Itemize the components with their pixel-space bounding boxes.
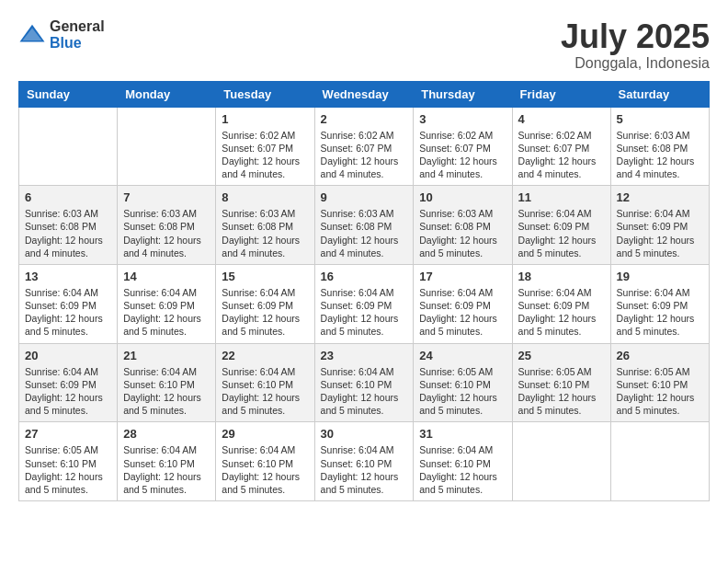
day-info: Sunrise: 6:04 AM Sunset: 6:09 PM Dayligh… (518, 286, 605, 339)
day-info: Sunrise: 6:02 AM Sunset: 6:07 PM Dayligh… (222, 129, 308, 181)
column-header-thursday: Thursday (414, 81, 512, 107)
calendar-cell (19, 107, 118, 186)
day-number: 15 (222, 270, 308, 283)
day-number: 6 (25, 190, 111, 204)
day-number: 25 (518, 349, 605, 362)
calendar-cell: 6Sunrise: 6:03 AM Sunset: 6:08 PM Daylig… (19, 186, 118, 265)
calendar-cell: 4Sunrise: 6:02 AM Sunset: 6:07 PM Daylig… (512, 107, 610, 186)
day-number: 18 (518, 270, 605, 283)
day-info: Sunrise: 6:03 AM Sunset: 6:08 PM Dayligh… (123, 207, 210, 259)
title-area: July 2025 Donggala, Indonesia (561, 18, 710, 72)
day-info: Sunrise: 6:04 AM Sunset: 6:10 PM Dayligh… (419, 443, 506, 496)
day-info: Sunrise: 6:04 AM Sunset: 6:10 PM Dayligh… (123, 365, 210, 418)
day-info: Sunrise: 6:04 AM Sunset: 6:10 PM Dayligh… (222, 443, 308, 496)
page-title: July 2025 (561, 18, 710, 55)
day-number: 24 (419, 349, 506, 362)
day-number: 12 (617, 190, 703, 204)
day-info: Sunrise: 6:04 AM Sunset: 6:09 PM Dayligh… (222, 286, 308, 339)
day-number: 1 (222, 112, 308, 126)
day-number: 21 (123, 349, 210, 362)
calendar-cell (610, 422, 709, 501)
day-info: Sunrise: 6:04 AM Sunset: 6:10 PM Dayligh… (321, 443, 408, 496)
day-info: Sunrise: 6:05 AM Sunset: 6:10 PM Dayligh… (617, 365, 703, 418)
calendar-cell: 13Sunrise: 6:04 AM Sunset: 6:09 PM Dayli… (19, 264, 118, 343)
day-info: Sunrise: 6:04 AM Sunset: 6:09 PM Dayligh… (419, 286, 506, 339)
day-number: 26 (617, 349, 703, 362)
column-header-sunday: Sunday (19, 81, 118, 107)
logo-text: General Blue (50, 18, 105, 51)
day-number: 10 (419, 190, 506, 204)
day-number: 7 (123, 190, 210, 204)
calendar-cell: 14Sunrise: 6:04 AM Sunset: 6:09 PM Dayli… (118, 264, 216, 343)
day-info: Sunrise: 6:03 AM Sunset: 6:08 PM Dayligh… (617, 129, 703, 181)
day-number: 8 (222, 190, 308, 204)
page-header: General Blue July 2025 Donggala, Indones… (18, 18, 710, 72)
calendar-week-row: 6Sunrise: 6:03 AM Sunset: 6:08 PM Daylig… (19, 186, 710, 265)
calendar-header-row: SundayMondayTuesdayWednesdayThursdayFrid… (19, 81, 710, 107)
calendar-cell: 15Sunrise: 6:04 AM Sunset: 6:09 PM Dayli… (216, 264, 314, 343)
calendar-cell: 19Sunrise: 6:04 AM Sunset: 6:09 PM Dayli… (610, 264, 709, 343)
calendar-cell: 16Sunrise: 6:04 AM Sunset: 6:09 PM Dayli… (314, 264, 414, 343)
day-number: 17 (419, 270, 506, 283)
day-info: Sunrise: 6:02 AM Sunset: 6:07 PM Dayligh… (321, 129, 408, 181)
day-number: 4 (518, 112, 605, 126)
column-header-saturday: Saturday (610, 81, 709, 107)
calendar-cell: 29Sunrise: 6:04 AM Sunset: 6:10 PM Dayli… (216, 422, 314, 501)
day-number: 13 (25, 270, 111, 283)
day-info: Sunrise: 6:04 AM Sunset: 6:09 PM Dayligh… (518, 207, 605, 259)
day-number: 3 (419, 112, 506, 126)
calendar-cell: 18Sunrise: 6:04 AM Sunset: 6:09 PM Dayli… (512, 264, 610, 343)
day-number: 9 (321, 190, 408, 204)
day-info: Sunrise: 6:03 AM Sunset: 6:08 PM Dayligh… (25, 207, 111, 259)
calendar-week-row: 27Sunrise: 6:05 AM Sunset: 6:10 PM Dayli… (19, 422, 710, 501)
day-info: Sunrise: 6:05 AM Sunset: 6:10 PM Dayligh… (518, 365, 605, 418)
calendar-cell: 26Sunrise: 6:05 AM Sunset: 6:10 PM Dayli… (610, 343, 709, 422)
calendar-week-row: 1Sunrise: 6:02 AM Sunset: 6:07 PM Daylig… (19, 107, 710, 186)
day-info: Sunrise: 6:04 AM Sunset: 6:10 PM Dayligh… (123, 443, 210, 496)
day-info: Sunrise: 6:03 AM Sunset: 6:08 PM Dayligh… (222, 207, 308, 259)
day-number: 22 (222, 349, 308, 362)
day-number: 19 (617, 270, 703, 283)
calendar-cell: 11Sunrise: 6:04 AM Sunset: 6:09 PM Dayli… (512, 186, 610, 265)
day-info: Sunrise: 6:03 AM Sunset: 6:08 PM Dayligh… (321, 207, 408, 259)
day-number: 20 (25, 349, 111, 362)
calendar-cell: 22Sunrise: 6:04 AM Sunset: 6:10 PM Dayli… (216, 343, 314, 422)
day-number: 23 (321, 349, 408, 362)
calendar-week-row: 20Sunrise: 6:04 AM Sunset: 6:09 PM Dayli… (19, 343, 710, 422)
calendar-cell: 28Sunrise: 6:04 AM Sunset: 6:10 PM Dayli… (118, 422, 216, 501)
calendar-cell: 2Sunrise: 6:02 AM Sunset: 6:07 PM Daylig… (314, 107, 414, 186)
calendar-cell: 12Sunrise: 6:04 AM Sunset: 6:09 PM Dayli… (610, 186, 709, 265)
calendar-cell: 21Sunrise: 6:04 AM Sunset: 6:10 PM Dayli… (118, 343, 216, 422)
calendar-cell: 5Sunrise: 6:03 AM Sunset: 6:08 PM Daylig… (610, 107, 709, 186)
column-header-monday: Monday (118, 81, 216, 107)
day-info: Sunrise: 6:04 AM Sunset: 6:09 PM Dayligh… (617, 207, 703, 259)
day-number: 14 (123, 270, 210, 283)
day-number: 28 (123, 427, 210, 441)
day-number: 11 (518, 190, 605, 204)
day-number: 2 (321, 112, 408, 126)
calendar-cell (512, 422, 610, 501)
day-info: Sunrise: 6:04 AM Sunset: 6:09 PM Dayligh… (123, 286, 210, 339)
calendar-cell: 27Sunrise: 6:05 AM Sunset: 6:10 PM Dayli… (19, 422, 118, 501)
column-header-tuesday: Tuesday (216, 81, 314, 107)
calendar-cell: 10Sunrise: 6:03 AM Sunset: 6:08 PM Dayli… (414, 186, 512, 265)
day-info: Sunrise: 6:04 AM Sunset: 6:09 PM Dayligh… (25, 286, 111, 339)
day-info: Sunrise: 6:05 AM Sunset: 6:10 PM Dayligh… (25, 443, 111, 496)
calendar-cell: 20Sunrise: 6:04 AM Sunset: 6:09 PM Dayli… (19, 343, 118, 422)
day-info: Sunrise: 6:03 AM Sunset: 6:08 PM Dayligh… (419, 207, 506, 259)
day-number: 27 (25, 427, 111, 441)
calendar-cell: 7Sunrise: 6:03 AM Sunset: 6:08 PM Daylig… (118, 186, 216, 265)
day-info: Sunrise: 6:02 AM Sunset: 6:07 PM Dayligh… (518, 129, 605, 181)
logo: General Blue (18, 18, 105, 51)
day-info: Sunrise: 6:02 AM Sunset: 6:07 PM Dayligh… (419, 129, 506, 181)
column-header-wednesday: Wednesday (314, 81, 414, 107)
logo-icon (18, 21, 46, 49)
logo-blue-text: Blue (50, 35, 105, 52)
calendar-table: SundayMondayTuesdayWednesdayThursdayFrid… (18, 81, 710, 501)
day-info: Sunrise: 6:04 AM Sunset: 6:09 PM Dayligh… (617, 286, 703, 339)
day-number: 16 (321, 270, 408, 283)
day-number: 5 (617, 112, 703, 126)
logo-general-text: General (50, 18, 105, 35)
calendar-week-row: 13Sunrise: 6:04 AM Sunset: 6:09 PM Dayli… (19, 264, 710, 343)
day-info: Sunrise: 6:04 AM Sunset: 6:10 PM Dayligh… (321, 365, 408, 418)
